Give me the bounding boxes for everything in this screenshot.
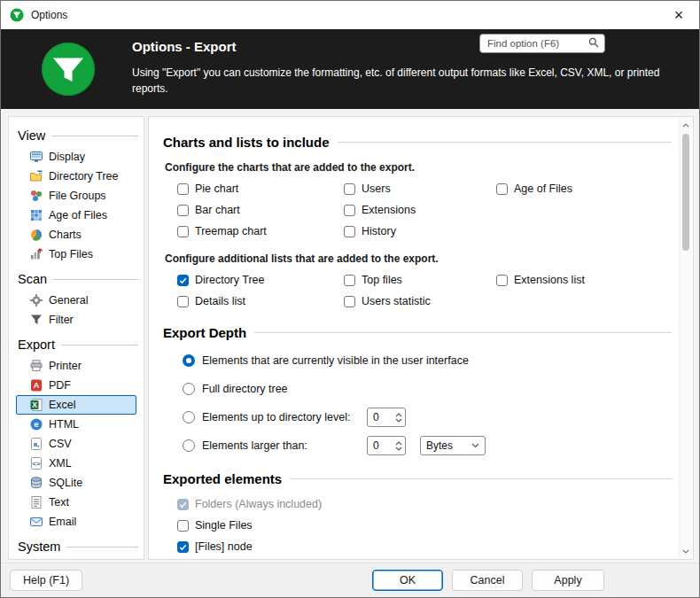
checkbox-box bbox=[177, 541, 189, 553]
main-panel: Charts and lists to include Configure th… bbox=[148, 116, 694, 560]
sidebar-item-xml[interactable]: <> XML bbox=[16, 454, 136, 473]
sidebar-item-email[interactable]: Email bbox=[16, 512, 136, 532]
radio-label: Elements that are currently visible in t… bbox=[202, 354, 469, 367]
checkbox-box bbox=[344, 183, 355, 195]
help-button[interactable]: Help (F1) bbox=[10, 570, 82, 591]
sidebar-section-system: System bbox=[18, 540, 144, 554]
filter-icon bbox=[29, 313, 43, 327]
sidebar-item-charts[interactable]: Charts bbox=[16, 225, 136, 245]
size-spinner[interactable]: 0 bbox=[367, 436, 406, 455]
checkbox-history[interactable]: History bbox=[344, 225, 496, 237]
email-icon bbox=[29, 515, 43, 529]
radio-elements-larger-than[interactable]: Elements larger than: 0 Bytes bbox=[183, 436, 672, 455]
checkbox-users[interactable]: Users bbox=[344, 183, 496, 195]
grid-spacer bbox=[496, 204, 672, 216]
find-option-search[interactable] bbox=[479, 34, 605, 53]
checkbox-box bbox=[344, 226, 355, 237]
scrollbar-thumb[interactable] bbox=[682, 134, 689, 251]
spinner-arrows[interactable] bbox=[395, 413, 405, 423]
apply-button[interactable]: Apply bbox=[532, 570, 604, 591]
scroll-up-icon[interactable] bbox=[680, 119, 692, 131]
checkbox-users-statistic[interactable]: Users statistic bbox=[344, 295, 496, 307]
radio-label: Elements up to directory level: bbox=[202, 411, 360, 423]
checkbox-label: [Files] node bbox=[195, 540, 253, 553]
spinner-arrows[interactable] bbox=[395, 441, 405, 451]
radio-full-directory-tree[interactable]: Full directory tree bbox=[183, 379, 672, 399]
charts-group-label: Configure the charts that are added to t… bbox=[165, 161, 672, 174]
file-groups-icon bbox=[29, 189, 43, 203]
display-icon bbox=[29, 150, 43, 164]
checkbox-box bbox=[177, 499, 189, 510]
checkbox-box bbox=[344, 205, 355, 216]
sidebar-item-printer[interactable]: Printer bbox=[16, 356, 136, 376]
checkbox-treemap-chart[interactable]: Treemap chart bbox=[177, 225, 344, 237]
sidebar-item-sqlite[interactable]: SQLite bbox=[16, 473, 136, 493]
window-title: Options bbox=[31, 9, 67, 21]
checkbox-directory-tree[interactable]: Directory Tree bbox=[177, 274, 344, 286]
checkbox-files-node[interactable]: [Files] node bbox=[177, 540, 672, 553]
sidebar-item-filter[interactable]: Filter bbox=[16, 310, 136, 330]
size-unit-select[interactable]: Bytes bbox=[420, 436, 486, 455]
sidebar-item-pdf[interactable]: A PDF bbox=[16, 376, 136, 395]
search-input[interactable] bbox=[486, 37, 588, 50]
sidebar-section-export: Export bbox=[18, 338, 144, 352]
checkbox-single-files[interactable]: Single Files bbox=[177, 519, 672, 532]
sidebar-item-label: Excel bbox=[49, 399, 76, 411]
sqlite-icon bbox=[29, 476, 43, 490]
spinner-down-icon bbox=[395, 418, 402, 423]
radio-elements-up-to-level[interactable]: Elements up to directory level: 0 bbox=[183, 408, 672, 427]
section-exported-elements: Exported elements bbox=[163, 471, 672, 486]
cancel-button[interactable]: Cancel bbox=[452, 570, 523, 591]
sidebar-item-text[interactable]: Text bbox=[16, 493, 136, 512]
checkbox-age-of-files[interactable]: Age of Files bbox=[496, 183, 672, 195]
checkbox-extensions-list[interactable]: Extensions list bbox=[496, 274, 672, 286]
checkbox-bar-chart[interactable]: Bar chart bbox=[177, 204, 344, 216]
radio-visible-elements[interactable]: Elements that are currently visible in t… bbox=[183, 351, 672, 370]
checkbox-extensions[interactable]: Extensions bbox=[344, 204, 496, 216]
checkbox-label: Treemap chart bbox=[195, 225, 267, 237]
page-title: Options - Export bbox=[132, 39, 237, 54]
select-value: Bytes bbox=[426, 439, 453, 452]
lists-group-label: Configure additional lists that are adde… bbox=[165, 252, 672, 265]
sidebar-item-label: File Groups bbox=[49, 190, 106, 202]
checkbox-top-files[interactable]: Top files bbox=[344, 274, 496, 286]
section-charts-lists: Charts and lists to include bbox=[163, 135, 672, 150]
dialog-footer: Help (F1) OK Cancel Apply bbox=[1, 563, 699, 597]
scroll-down-icon[interactable] bbox=[680, 545, 692, 557]
sidebar-item-application[interactable]: Application bbox=[16, 558, 136, 560]
charts-icon bbox=[29, 228, 43, 242]
checkbox-details-list[interactable]: Details list bbox=[177, 295, 344, 307]
sidebar-item-age-of-files[interactable]: Age of Files bbox=[16, 206, 136, 225]
radio-circle bbox=[183, 439, 195, 452]
checkbox-box bbox=[177, 205, 189, 216]
general-icon bbox=[29, 293, 43, 307]
checkbox-label: Extensions bbox=[362, 204, 416, 216]
sidebar: View Display Directory Tree File Groups … bbox=[8, 116, 144, 560]
sidebar-item-general[interactable]: General bbox=[16, 291, 136, 310]
sidebar-item-display[interactable]: Display bbox=[16, 147, 136, 167]
sidebar-item-top-files[interactable]: Top Files bbox=[16, 245, 136, 264]
sidebar-item-file-groups[interactable]: File Groups bbox=[16, 186, 136, 206]
sidebar-item-label: HTML bbox=[49, 418, 79, 431]
vertical-scrollbar[interactable] bbox=[679, 118, 692, 558]
sidebar-item-label: General bbox=[49, 294, 88, 307]
sidebar-item-label: Top Files bbox=[49, 248, 93, 260]
sidebar-item-label: Age of Files bbox=[49, 209, 107, 221]
sidebar-item-csv[interactable]: a, CSV bbox=[16, 434, 136, 454]
sidebar-item-label: Charts bbox=[49, 229, 82, 241]
close-button[interactable]: × bbox=[658, 1, 699, 29]
sidebar-item-html[interactable]: e HTML bbox=[16, 415, 136, 434]
sidebar-item-label: PDF bbox=[49, 379, 71, 392]
checkbox-pie-chart[interactable]: Pie chart bbox=[177, 183, 344, 195]
sidebar-item-excel[interactable]: X Excel bbox=[16, 395, 136, 415]
ok-button[interactable]: OK bbox=[372, 570, 443, 591]
radio-circle bbox=[183, 411, 195, 423]
spinner-down-icon bbox=[395, 447, 402, 451]
top-files-icon bbox=[29, 247, 43, 261]
spinner-up-icon bbox=[395, 413, 402, 417]
sidebar-item-directory-tree[interactable]: Directory Tree bbox=[16, 167, 136, 186]
checkbox-label: Age of Files bbox=[514, 183, 572, 195]
directory-level-spinner[interactable]: 0 bbox=[367, 408, 406, 427]
sidebar-item-label: Display bbox=[49, 151, 85, 163]
checkbox-box bbox=[344, 296, 355, 307]
